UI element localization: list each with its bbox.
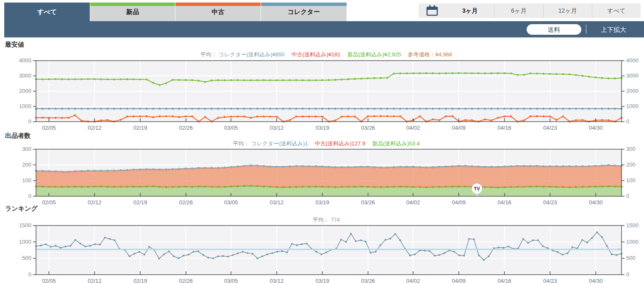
svg-text:1000: 1000 [19,103,31,109]
svg-text:04/23: 04/23 [543,199,557,206]
ranking-average: 平均：774 [36,216,622,224]
price-tracker-page: すべて 新品 中古 コレクター 3ヶ月 6ヶ月 12ヶ月 すべて 送料 上下拡大… [0,0,644,284]
svg-text:2000: 2000 [19,88,31,94]
section-title-seller-count: 出品者数 [5,132,31,140]
svg-text:300: 300 [22,147,31,152]
tab-collector-color-stripe [261,3,347,6]
svg-text:02/12: 02/12 [88,278,102,284]
svg-text:0: 0 [28,271,31,278]
svg-text:0: 0 [626,118,629,125]
svg-text:04/23: 04/23 [543,278,557,284]
svg-text:1000: 1000 [19,239,31,245]
svg-text:03/26: 03/26 [361,278,375,284]
svg-text:02/19: 02/19 [133,199,147,206]
tab-collector[interactable]: コレクター [261,3,347,21]
svg-text:1000: 1000 [626,103,638,109]
svg-text:04/02: 04/02 [406,125,420,131]
svg-text:02/19: 02/19 [133,278,147,284]
svg-text:500: 500 [22,255,31,261]
svg-text:100: 100 [626,177,636,184]
svg-text:04/16: 04/16 [497,278,511,284]
tab-new-color-stripe [90,3,175,6]
svg-text:04/09: 04/09 [452,125,466,131]
svg-text:0: 0 [28,118,31,125]
shipping-toggle-button[interactable]: 送料 [527,24,581,35]
svg-text:1000: 1000 [626,239,638,245]
time-range-bar: 3ヶ月 6ヶ月 12ヶ月 すべて [419,3,641,18]
svg-text:03/19: 03/19 [316,199,330,206]
tab-all[interactable]: すべて [4,3,90,21]
lowest-price-chart[interactable]: 001000100020002000300030004000400002/050… [0,58,644,131]
svg-text:04/30: 04/30 [589,125,603,131]
svg-text:02/12: 02/12 [88,125,102,131]
range-12months[interactable]: 12ヶ月 [543,3,592,18]
svg-text:04/16: 04/16 [497,199,511,206]
svg-text:03/05: 03/05 [224,125,238,131]
svg-text:03/05: 03/05 [224,199,238,206]
section-title-lowest-price: 最安値 [5,41,24,49]
expand-vertical-button[interactable]: 上下拡大 [591,24,636,35]
svg-text:0: 0 [626,271,629,278]
svg-text:03/19: 03/19 [316,125,330,131]
svg-text:04/16: 04/16 [497,125,511,131]
toolbar-divider [586,25,586,34]
seller-count-averages: 平均：コレクター(送料込み)1中古(送料込み)127.9新品(送料込み)53.4 [36,140,622,148]
svg-text:04/23: 04/23 [543,125,557,131]
section-title-ranking: ランキング [5,205,38,213]
svg-text:03/12: 03/12 [270,125,284,131]
svg-text:2000: 2000 [626,88,638,94]
svg-text:02/05: 02/05 [42,278,56,284]
tab-used-color-stripe [175,3,261,6]
range-6months[interactable]: 6ヶ月 [494,3,543,18]
svg-text:02/05: 02/05 [42,199,56,206]
ranking-chart[interactable]: 00500500100010001500150002/0502/1202/190… [0,223,644,284]
seller-count-chart[interactable]: 0010010020020030030002/0502/1202/1902/26… [0,147,644,206]
svg-text:04/02: 04/02 [406,199,420,206]
svg-text:04/09: 04/09 [452,278,466,284]
svg-text:03/12: 03/12 [270,278,284,284]
svg-text:02/12: 02/12 [88,199,102,206]
svg-text:200: 200 [22,161,31,168]
svg-text:0: 0 [626,193,629,199]
svg-text:100: 100 [22,177,31,184]
svg-text:02/26: 02/26 [179,125,193,131]
tab-new[interactable]: 新品 [90,3,175,21]
calendar-icon[interactable] [419,5,446,17]
svg-text:4000: 4000 [19,58,31,64]
lowest-price-averages: 平均：コレクター(送料込み)¥850中古(送料込み)¥181新品(送料込み)¥2… [36,51,622,58]
svg-text:03/05: 03/05 [224,278,238,284]
svg-text:04/09: 04/09 [452,199,466,206]
svg-text:1500: 1500 [19,223,31,228]
svg-text:04/30: 04/30 [589,278,603,284]
tv-marker: TV [474,186,480,191]
svg-text:04/02: 04/02 [406,278,420,284]
svg-text:1500: 1500 [626,223,638,228]
svg-text:02/26: 02/26 [179,278,193,284]
svg-text:02/19: 02/19 [133,125,147,131]
svg-text:500: 500 [626,255,636,261]
range-3months[interactable]: 3ヶ月 [446,3,494,18]
svg-text:3000: 3000 [19,72,31,79]
svg-text:03/12: 03/12 [270,199,284,206]
tab-collector-label: コレクター [288,8,320,16]
tab-new-label: 新品 [126,8,139,16]
svg-text:03/26: 03/26 [361,125,375,131]
svg-text:03/26: 03/26 [361,199,375,206]
svg-text:300: 300 [626,147,636,152]
svg-text:04/30: 04/30 [589,199,603,206]
range-all[interactable]: すべて [592,3,641,18]
svg-text:200: 200 [626,161,636,168]
tab-used-label: 中古 [212,8,225,16]
svg-text:4000: 4000 [626,58,638,64]
tab-all-label: すべて [37,8,57,16]
svg-text:02/05: 02/05 [42,125,56,131]
svg-text:03/19: 03/19 [316,278,330,284]
svg-text:02/26: 02/26 [179,199,193,206]
tab-used[interactable]: 中古 [175,3,261,21]
svg-text:0: 0 [28,193,31,199]
svg-text:3000: 3000 [626,72,638,79]
